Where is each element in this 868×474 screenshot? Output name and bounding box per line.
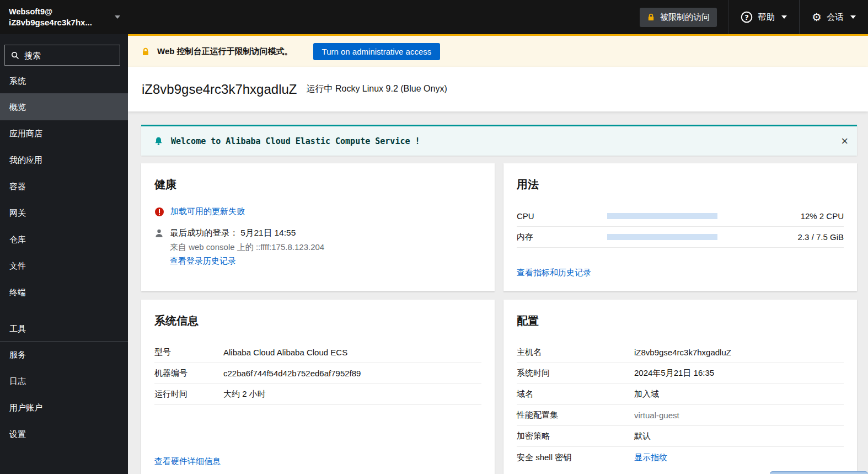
turn-on-admin-access-button[interactable]: Turn on administrative access (313, 43, 441, 60)
sidebar-item-app-store[interactable]: 应用商店 (0, 120, 128, 147)
table-row: 机器编号 c22ba6f744f54d42b752ed6af7952f89 (154, 363, 481, 384)
uptime-value: 大约 2 小时 (223, 389, 266, 400)
hostname-label: 主机名 (517, 347, 634, 358)
table-row: 域名 加入域 (517, 384, 844, 405)
session-label: 会话 (827, 12, 844, 23)
sidebar-item-accounts[interactable]: 用户账户 (0, 395, 128, 421)
machine-id-value: c22ba6f744f54d42b752ed6af7952f89 (223, 369, 361, 378)
main-area: Web 控制台正运行于限制访问模式。 Turn on administrativ… (128, 34, 868, 474)
gear-icon: ⚙ (812, 12, 822, 23)
card-grid: 健康 加载可用的更新失败 (141, 163, 857, 474)
hardware-details-link[interactable]: 查看硬件详细信息 (154, 456, 221, 467)
search-input[interactable] (24, 51, 114, 60)
sidebar-item-containers[interactable]: 容器 (0, 173, 128, 200)
config-card: 配置 主机名 iZ8vb9gse4rc3k7hxgadluZ 系统时间 2024… (503, 300, 857, 474)
host-switcher[interactable]: Websoft9@ iZ8vb9gse4rc3k7hx... (0, 0, 128, 34)
crypto-policy-label: 加密策略 (517, 431, 634, 441)
table-row: 系统时间 2024年5月21日 16:35 (517, 363, 844, 384)
hostname-value: iZ8vb9gse4rc3k7hxgadluZ (634, 348, 731, 357)
exclamation-circle-icon (154, 207, 164, 217)
help-menu[interactable]: ? 帮助 (728, 0, 799, 34)
table-row: 主机名 iZ8vb9gse4rc3k7hxgadluZ (517, 342, 844, 363)
host-status: 运行中 Rocky Linux 9.2 (Blue Onyx) (307, 83, 447, 95)
system-time-value: 2024年5月21日 16:35 (634, 368, 714, 379)
system-info-card-title: 系统信息 (154, 313, 481, 328)
lock-icon (141, 47, 150, 56)
crypto-policy-value: 默认 (634, 431, 651, 441)
bottom-right-partial-element (770, 471, 868, 474)
table-row: 性能配置集 virtual-guest (517, 405, 844, 426)
session-menu[interactable]: ⚙ 会话 (800, 0, 868, 34)
welcome-message: Welcome to Alibaba Cloud Elastic Compute… (171, 136, 420, 146)
domain-label: 域名 (517, 389, 634, 400)
page-header: iZ8vb9gse4rc3k7hxgadluZ 运行中 Rocky Linux … (128, 67, 868, 111)
sidebar-section-system: 系统 (0, 71, 128, 93)
sidebar-search[interactable] (4, 45, 120, 66)
run-state: 运行中 (307, 84, 333, 93)
sidebar-item-gateway[interactable]: 网关 (0, 200, 128, 226)
user-icon (154, 228, 164, 267)
login-history-link[interactable]: 查看登录历史记录 (170, 256, 236, 265)
table-row: 加密策略 默认 (517, 426, 844, 447)
updates-failed-link[interactable]: 加载可用的更新失败 (170, 206, 245, 217)
sidebar-item-files[interactable]: 文件 (0, 253, 128, 279)
performance-profile-label: 性能配置集 (517, 410, 634, 420)
performance-profile-value: virtual-guest (634, 411, 679, 420)
sidebar-item-repository[interactable]: 仓库 (0, 226, 128, 253)
sidebar-section-tools: 工具 (0, 319, 128, 341)
bell-icon (154, 136, 163, 146)
system-time-label: 系统时间 (517, 368, 634, 379)
sidebar-item-logs[interactable]: 日志 (0, 368, 128, 395)
last-login-time: 5月21日 14:55 (240, 228, 296, 237)
metrics-history-link[interactable]: 查看指标和历史记录 (517, 268, 591, 278)
show-fingerprints-link[interactable]: 显示指纹 (634, 452, 667, 463)
restricted-access-button[interactable]: 被限制的访问 (640, 8, 717, 27)
memory-usage-row: 内存 2.3 / 7.5 GiB (517, 227, 844, 248)
masthead: Websoft9@ iZ8vb9gse4rc3k7hx... 被限制的访问 (0, 0, 868, 34)
health-card: 健康 加载可用的更新失败 (141, 163, 495, 291)
caret-down-icon (850, 15, 856, 19)
last-login-from: 来自 web console 上的 ::ffff:175.8.123.204 (170, 242, 324, 253)
table-row: 型号 Alibaba Cloud Alibaba Cloud ECS (154, 342, 481, 363)
sidebar: 系统 概览 应用商店 我的应用 容器 网关 仓库 文件 终端 工具 服务 日志 … (0, 34, 128, 474)
masthead-spacer (128, 0, 629, 34)
sidebar-item-overview[interactable]: 概览 (0, 94, 128, 120)
welcome-alert: Welcome to Alibaba Cloud Elastic Compute… (141, 125, 857, 156)
sidebar-item-services[interactable]: 服务 (0, 342, 128, 368)
table-row: 安全 shell 密钥 显示指纹 (517, 447, 844, 468)
updates-failed-row: 加载可用的更新失败 (154, 206, 481, 217)
restricted-mode-banner: Web 控制台正运行于限制访问模式。 Turn on administrativ… (128, 34, 868, 67)
system-info-table: 型号 Alibaba Cloud Alibaba Cloud ECS 机器编号 … (154, 342, 481, 405)
usage-card-title: 用法 (517, 177, 844, 192)
memory-usage-value: 2.3 / 7.5 GiB (717, 232, 844, 242)
sidebar-gap (0, 306, 128, 319)
sidebar-item-my-apps[interactable]: 我的应用 (0, 147, 128, 173)
last-login-text: 最后成功的登录： 5月21日 14:55 (170, 227, 324, 239)
close-icon[interactable]: × (841, 135, 848, 147)
help-label: 帮助 (758, 12, 775, 23)
sidebar-item-settings[interactable]: 设置 (0, 421, 128, 448)
page-title: iZ8vb9gse4rc3k7hxgadluZ (142, 82, 297, 97)
system-info-card: 系统信息 型号 Alibaba Cloud Alibaba Cloud ECS … (141, 300, 495, 474)
last-login-row: 最后成功的登录： 5月21日 14:55 来自 web console 上的 :… (154, 227, 481, 267)
brand-hostname: iZ8vb9gse4rc3k7hx... (9, 18, 92, 27)
restricted-mode-message: Web 控制台正运行于限制访问模式。 (157, 46, 293, 57)
question-circle-icon: ? (741, 11, 753, 23)
uptime-label: 运行时间 (154, 389, 223, 400)
config-card-title: 配置 (517, 313, 844, 328)
content: Welcome to Alibaba Cloud Elastic Compute… (128, 111, 868, 474)
sidebar-item-terminal[interactable]: 终端 (0, 279, 128, 306)
ssh-keys-label: 安全 shell 密钥 (517, 452, 634, 463)
last-login-label: 最后成功的登录： (170, 228, 238, 237)
config-table: 主机名 iZ8vb9gse4rc3k7hxgadluZ 系统时间 2024年5月… (517, 342, 844, 468)
table-row: 运行时间 大约 2 小时 (154, 384, 481, 405)
health-card-title: 健康 (154, 177, 481, 192)
lock-icon (647, 13, 655, 22)
memory-label: 内存 (517, 232, 607, 242)
cpu-usage-value: 12% 2 CPU (717, 211, 844, 221)
svg-text:?: ? (744, 13, 749, 22)
usage-table: CPU 12% 2 CPU 内存 2.3 / 7.5 GiB (517, 206, 844, 248)
os-name: Rocky Linux 9.2 (Blue Onyx) (335, 84, 447, 93)
cpu-usage-row: CPU 12% 2 CPU (517, 206, 844, 227)
brand-user: Websoft9@ (9, 7, 92, 16)
